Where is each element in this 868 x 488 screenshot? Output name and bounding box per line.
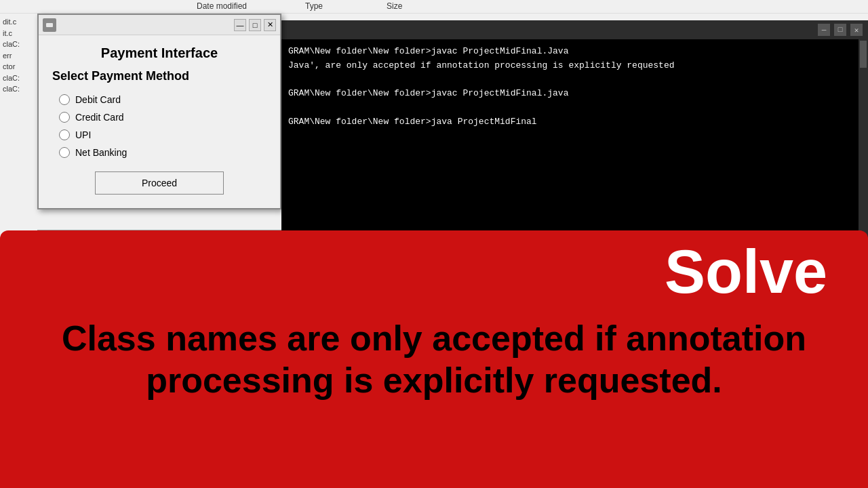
payment-option-credit[interactable]: Credit Card <box>59 112 267 123</box>
dialog-minimize-button[interactable]: — <box>234 19 246 31</box>
svg-rect-1 <box>46 23 53 27</box>
dialog-subtitle: Select Payment Method <box>52 69 267 83</box>
dialog-titlebar-left <box>43 18 56 32</box>
dialog-controls: — □ ✕ <box>234 19 276 31</box>
terminal-close-button[interactable]: ✕ <box>850 24 863 36</box>
red-banner: Class names are only accepted if annotat… <box>0 230 868 488</box>
col-size-header: Size <box>387 1 441 12</box>
terminal-maximize-button[interactable]: □ <box>834 24 846 36</box>
left-text-5: ctor <box>3 61 35 73</box>
terminal-controls: — □ ✕ <box>818 24 863 36</box>
proceed-button[interactable]: Proceed <box>95 171 224 195</box>
payment-option-upi[interactable]: UPI <box>59 129 267 140</box>
left-text-1: dit.c <box>3 16 35 28</box>
dialog-close-button[interactable]: ✕ <box>264 19 276 31</box>
debit-card-radio[interactable] <box>59 94 70 105</box>
payment-options: Debit Card Credit Card UPI Net Banking <box>52 94 267 158</box>
payment-option-debit[interactable]: Debit Card <box>59 94 267 105</box>
net-banking-radio[interactable] <box>59 147 70 158</box>
left-text-3: claC: <box>3 39 35 50</box>
credit-card-label: Credit Card <box>75 112 124 123</box>
debit-card-label: Debit Card <box>75 94 121 105</box>
banner-solve-text: Solve <box>665 237 827 307</box>
dialog-maximize-button[interactable]: □ <box>249 19 261 31</box>
left-text-2: it.c <box>3 28 35 39</box>
left-text-6: claC: <box>3 73 35 84</box>
dialog-icon <box>43 18 56 32</box>
terminal-line-2: Java', are only accepted if annotation p… <box>288 59 861 73</box>
terminal-line-4: GRAM\New folder\New folder>javac Project… <box>288 87 861 101</box>
file-explorer-columns: Date modified Type Size <box>0 0 868 14</box>
terminal-line-5 <box>288 101 861 115</box>
dialog-title: Payment Interface <box>52 45 267 61</box>
net-banking-label: Net Banking <box>75 147 127 158</box>
payment-dialog: — □ ✕ Payment Interface Select Payment M… <box>37 14 281 209</box>
terminal-line-6: GRAM\New folder\New folder>java ProjectM… <box>288 115 861 129</box>
credit-card-radio[interactable] <box>59 112 70 123</box>
col-name-empty <box>7 1 197 12</box>
left-text-4: err <box>3 50 35 62</box>
red-banner-content: Class names are only accepted if annotat… <box>0 317 868 402</box>
upi-label: UPI <box>75 129 91 140</box>
dialog-app-icon <box>45 20 54 30</box>
left-text-7: claC: <box>3 83 35 95</box>
payment-option-netbanking[interactable]: Net Banking <box>59 147 267 158</box>
col-date-header: Date modified <box>197 1 305 12</box>
terminal-line-1: GRAM\New folder\New folder>javac Project… <box>288 45 861 59</box>
dialog-body: Payment Interface Select Payment Method … <box>39 35 280 208</box>
upi-radio[interactable] <box>59 129 70 140</box>
terminal-scrollbar-thumb <box>860 41 867 68</box>
terminal-body: GRAM\New folder\New folder>javac Project… <box>281 39 868 135</box>
terminal-titlebar: — □ ✕ <box>281 20 868 39</box>
terminal-minimize-button[interactable]: — <box>818 24 830 36</box>
col-type-header: Type <box>305 1 387 12</box>
dialog-titlebar: — □ ✕ <box>39 15 280 35</box>
left-panel: dit.c it.c claC: err ctor claC: claC: <box>0 15 37 258</box>
terminal-line-3 <box>288 73 861 87</box>
banner-main-text: Class names are only accepted if annotat… <box>27 317 841 402</box>
